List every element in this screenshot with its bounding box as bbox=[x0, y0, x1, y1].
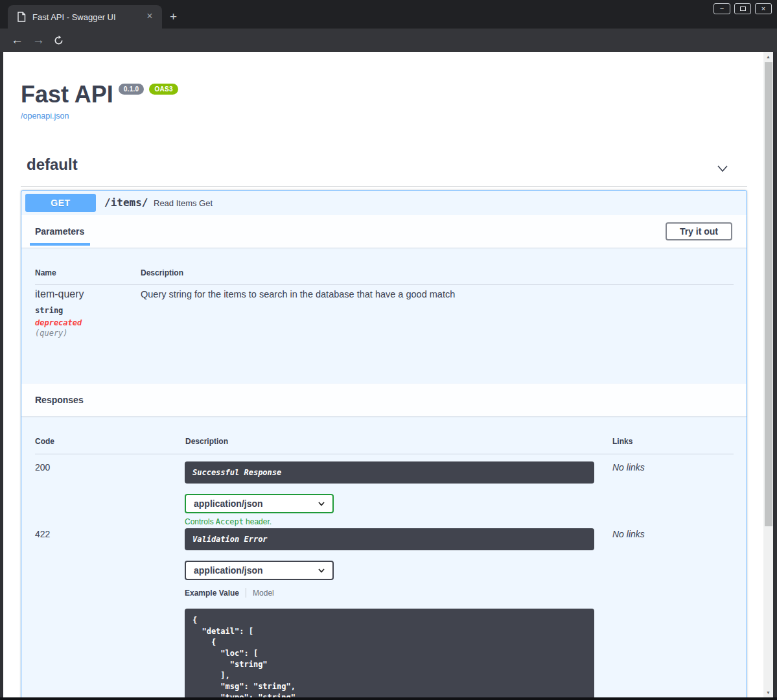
http-method-badge: GET bbox=[25, 194, 96, 212]
resp-col-code: Code bbox=[35, 437, 54, 446]
media-type-value: application/json bbox=[194, 498, 263, 509]
browser-toolbar: ← → i 127.0.0.1:8000/docs ☆ ⋮ bbox=[0, 29, 777, 52]
oas-badge: OAS3 bbox=[149, 84, 178, 95]
param-col-description: Description bbox=[141, 268, 183, 277]
openapi-spec-link[interactable]: /openapi.json bbox=[21, 111, 69, 121]
operation-summary[interactable]: GET /items/ Read Items Get bbox=[21, 191, 747, 215]
responses-header-band: Responses bbox=[21, 384, 747, 416]
tag-section-title[interactable]: default bbox=[27, 156, 78, 174]
scrollbar-up-arrow[interactable]: ▲ bbox=[763, 52, 773, 62]
param-col-name: Name bbox=[35, 268, 56, 277]
tag-divider bbox=[21, 186, 747, 187]
param-type: string bbox=[35, 306, 63, 315]
tab-separator bbox=[246, 588, 246, 598]
page-viewport: Fast API 0.1.0 OAS3 /openapi.json defaul… bbox=[3, 52, 763, 697]
window-close-button[interactable]: × bbox=[755, 3, 772, 14]
back-button[interactable]: ← bbox=[11, 34, 23, 46]
response-code-422: 422 bbox=[35, 529, 50, 539]
response-422-description-box: Validation Error bbox=[185, 528, 594, 550]
response-200-description-box: Successful Response bbox=[185, 461, 594, 484]
param-location: (query) bbox=[35, 329, 68, 338]
responses-section-title: Responses bbox=[35, 395, 84, 405]
media-type-value: application/json bbox=[194, 565, 263, 576]
response-code-200: 200 bbox=[35, 462, 50, 472]
window-controls: − × bbox=[713, 3, 772, 14]
scrollbar-thumb[interactable] bbox=[765, 62, 772, 526]
example-model-tabs: Example Value Model bbox=[185, 588, 274, 598]
param-deprecated-flag: deprecated bbox=[35, 318, 82, 327]
select-chevron-down-icon bbox=[317, 499, 326, 508]
accept-note-code: Accept bbox=[216, 517, 244, 526]
operation-summary-text: Read Items Get bbox=[154, 198, 213, 208]
version-badge: 0.1.0 bbox=[119, 84, 145, 95]
forward-button[interactable]: → bbox=[32, 34, 45, 46]
window-bottom-border bbox=[0, 697, 777, 700]
try-it-out-label: Try it out bbox=[680, 226, 718, 237]
response-200-description: Successful Response bbox=[192, 468, 281, 477]
resp-col-description: Description bbox=[185, 437, 228, 446]
window-minimize-button[interactable]: − bbox=[713, 3, 730, 14]
browser-titlebar: Fast API - Swagger UI × + − × bbox=[0, 0, 777, 29]
reload-button[interactable] bbox=[54, 36, 64, 45]
maximize-icon bbox=[740, 6, 746, 11]
response-200-links: No links bbox=[612, 462, 645, 472]
parameters-tab-underline bbox=[30, 243, 90, 246]
tag-collapse-chevron-icon[interactable] bbox=[715, 161, 730, 176]
responses-section: Code Description Links 200 Successful Re… bbox=[21, 416, 747, 697]
param-table-divider bbox=[35, 284, 734, 285]
example-json-block: { "detail": [ { "loc": [ "string" ], "ms… bbox=[185, 609, 594, 697]
tab-title: Fast API - Swagger UI bbox=[32, 12, 144, 22]
response-422-media-type-select[interactable]: application/json bbox=[185, 561, 334, 580]
minimize-icon: − bbox=[720, 5, 724, 12]
new-tab-button[interactable]: + bbox=[170, 10, 177, 23]
api-title: Fast API 0.1.0 OAS3 bbox=[21, 81, 178, 108]
parameters-tab[interactable]: Parameters bbox=[35, 226, 84, 237]
operation-path: /items/ bbox=[104, 196, 148, 209]
select-chevron-down-icon bbox=[317, 566, 326, 575]
tab-model[interactable]: Model bbox=[253, 589, 274, 598]
resp-col-links: Links bbox=[612, 437, 632, 446]
scrollbar-down-arrow[interactable]: ▼ bbox=[763, 688, 773, 697]
accept-note-pre: Controls bbox=[185, 517, 214, 526]
example-json-code: { "detail": [ { "loc": [ "string" ], "ms… bbox=[192, 615, 586, 697]
controls-accept-note: ControlsAcceptheader. bbox=[185, 517, 272, 526]
response-422-links: No links bbox=[612, 529, 645, 539]
close-icon: × bbox=[761, 5, 765, 12]
tab-close-icon[interactable]: × bbox=[144, 11, 156, 23]
resp-table-divider bbox=[35, 454, 734, 454]
browser-tab[interactable]: Fast API - Swagger UI × bbox=[8, 5, 162, 29]
response-422-description: Validation Error bbox=[192, 535, 268, 544]
page-scrollbar[interactable]: ▲ ▼ bbox=[763, 52, 773, 697]
try-it-out-button[interactable]: Try it out bbox=[666, 222, 732, 240]
tab-example-value[interactable]: Example Value bbox=[185, 589, 239, 598]
operation-block-get-items: GET /items/ Read Items Get Parameters Tr… bbox=[21, 190, 747, 697]
parameters-header-band: Parameters Try it out bbox=[21, 215, 747, 248]
param-name: item-query bbox=[35, 288, 84, 300]
response-200-media-type-select[interactable]: application/json bbox=[185, 494, 334, 513]
api-title-text: Fast API bbox=[21, 81, 113, 108]
accept-note-post: header. bbox=[246, 517, 272, 526]
param-description: Query string for the items to search in … bbox=[141, 289, 455, 299]
parameters-section: Name Description item-query string depre… bbox=[21, 248, 747, 384]
window-maximize-button[interactable] bbox=[734, 3, 751, 14]
page-favicon-icon bbox=[17, 12, 26, 22]
